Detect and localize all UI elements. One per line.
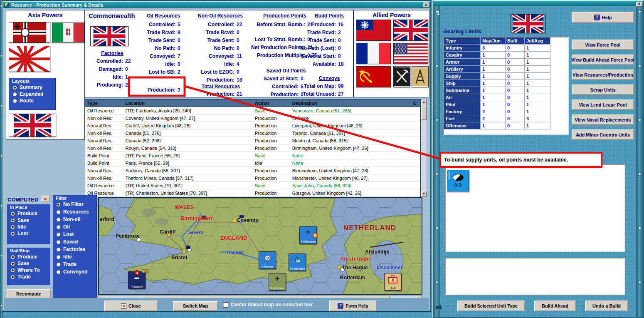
radio-route[interactable]: Route [12, 98, 53, 104]
radio-oil[interactable]: Oil [56, 224, 94, 230]
center-map-option[interactable]: Center linked map on selected hex [223, 302, 313, 308]
radio-no-filter[interactable]: No Filter [56, 201, 94, 207]
radio-trade[interactable]: Trade [56, 261, 94, 267]
table-row[interactable]: Non-oil Res.Rouyn, Canada [54, 310]Produ… [85, 144, 420, 152]
radio-resources[interactable]: Resources [56, 209, 94, 215]
view-resources-production-button[interactable]: View Resources/Production [572, 70, 634, 80]
stat-row: Available:18 [293, 60, 352, 68]
radio-lost[interactable]: Lost [10, 231, 48, 236]
gearing-row-air[interactable]: Air101 [444, 94, 568, 101]
table-row[interactable]: Non-oil Res.Cardiff, United Kingdom [48,… [85, 122, 420, 129]
close-door-icon: ✕ [121, 303, 126, 309]
ussr-flag [356, 66, 391, 87]
in-place-options: ProduceSaveIdleLost [10, 211, 48, 236]
view-lend-lease-pool-button[interactable]: View Lend Lease Pool [572, 99, 634, 110]
undo-a-build-button[interactable]: Undo a Build [585, 301, 628, 311]
unit-counter-4-2[interactable]: xxxX4-2 [384, 273, 402, 291]
linked-map[interactable]: erfordPembrokeWALESBirminghamCoventryCar… [98, 197, 422, 295]
supply-unit-strength: 0-3 [447, 182, 469, 188]
radio-dot [10, 225, 15, 229]
build-ahead-button[interactable]: Build Ahead [534, 301, 576, 311]
radio-non-oil[interactable]: Non-oil [56, 216, 94, 222]
radio-expanded[interactable]: Expanded [12, 91, 53, 97]
gearing-row-factory[interactable]: Factory201 [444, 108, 568, 115]
build-window-titlebar[interactable] [433, 1, 643, 6]
radio-label: Saved [63, 239, 78, 245]
add-minor-country-units-button[interactable]: Add Minor Country Units [572, 129, 634, 140]
unit-counter-2-hurricane[interactable]: ✈2 Hurricane [269, 273, 286, 291]
radio-convoyed[interactable]: Convoyed [56, 269, 94, 275]
unit-counter-2-harrow[interactable]: ✈2 Harrow9 [259, 251, 276, 269]
gearing-row-fort[interactable]: Fort203 [444, 115, 568, 122]
stat-row: Convoyed:11 [190, 52, 251, 60]
radio-trade[interactable]: Trade [10, 274, 48, 280]
radio-where-to[interactable]: Where To [10, 267, 48, 273]
computed-arrow-button[interactable]: ► [42, 196, 50, 202]
close-window-icon[interactable]: X [423, 2, 429, 7]
supply-unit-counter[interactable]: Supply 0-3 [447, 170, 469, 191]
table-row[interactable]: Non-oil Res.Coventry, United Kingdom [47… [85, 114, 420, 122]
unit-counter-14-blenheim[interactable]: ✈14 Blenheim14 [289, 253, 306, 271]
stat-row: Saved at Start:0 [293, 52, 352, 60]
recompute-button[interactable]: Recompute [7, 289, 51, 299]
radio-idle[interactable]: Idle [10, 224, 48, 230]
radio-dot [10, 255, 15, 259]
gearing-row-infantry[interactable]: Infantry301 [444, 45, 568, 52]
japan-flag [9, 46, 50, 72]
oil-stats: Controlled:5Trade Rcvd:8Trade Sent:0No P… [135, 20, 192, 76]
radio-saved[interactable]: Saved [56, 239, 94, 245]
gearing-row-artillery[interactable]: Artillery101 [444, 66, 568, 73]
table-row[interactable]: Build PointParis, France [55, 29]IdleNon… [85, 159, 420, 167]
table-row[interactable]: Oil Resource(TR) United States [70, 301]… [85, 182, 420, 189]
view-build-ahead-force-pool-button[interactable]: View Build Ahead Force Pool [572, 55, 634, 65]
unit-selection-panel[interactable] [445, 164, 625, 252]
table-row[interactable]: Oil Resource(TR) Charleston, United Stat… [85, 189, 420, 197]
right-frame-decoration [636, 6, 643, 317]
gearing-row-cavalry[interactable]: Cavalry101 [444, 52, 568, 59]
rail-ship-group: Rail/Ship ProduceSaveWhere ToTrade [7, 247, 51, 286]
radio-dot [56, 270, 61, 274]
oil-resources-heading: Oil Resources [138, 13, 188, 19]
unit-counter-2-wellington[interactable]: ✈2 Wellington6 [299, 226, 317, 244]
gearing-row-armor[interactable]: Armor101 [444, 59, 568, 66]
radio-lost[interactable]: Lost [56, 231, 94, 237]
center-map-checkbox[interactable] [223, 302, 228, 308]
table-row[interactable]: Build Point(TR) Paris, France [55, 29]Sa… [85, 152, 420, 159]
view-naval-replacements-button[interactable]: View Naval Replacements [572, 114, 634, 125]
map-terrain [99, 198, 422, 295]
built-units-panel[interactable] [445, 258, 625, 295]
help-button[interactable]: ? Help [572, 12, 634, 23]
view-force-pool-button[interactable]: View Force Pool [572, 40, 634, 50]
build-selected-unit-type-button[interactable]: Build Selected Unit Type [457, 301, 525, 311]
radio-save[interactable]: Save [10, 217, 48, 223]
form-help-button[interactable]: ? Form Help [329, 301, 377, 311]
factories-heading: Factories [89, 50, 135, 56]
gearing-row-offensive[interactable]: Offensive101 [444, 122, 568, 129]
gearing-row-pilot[interactable]: Pilot101 [444, 101, 568, 108]
map-label-cardiff: Cardiff [160, 229, 176, 235]
radio-produce[interactable]: Produce [10, 211, 48, 216]
division-size-marker: xxx [385, 274, 401, 277]
table-row[interactable]: Non-oil Res.Sudbury, Canada [55, 307]Pro… [85, 167, 420, 174]
stat-row: Produced:16 [293, 20, 352, 28]
unit-counter-transport[interactable]: ▬Transport3NED [128, 271, 146, 289]
close-build-window-icon[interactable]: X [636, 2, 642, 7]
table-scrollbar[interactable]: ▲ ▼ [421, 99, 427, 197]
table-row[interactable]: Non-oil Res.Thetford Mines, Canada [57, … [85, 174, 420, 182]
table-row[interactable]: Oil Resource(TR) Fairbanks, Alaska [20, … [85, 107, 420, 114]
radio-save[interactable]: Save [10, 261, 48, 266]
switch-map-button[interactable]: Switch Map [173, 301, 218, 311]
radio-produce[interactable]: Produce [10, 254, 48, 260]
window-titlebar[interactable]: Resource - Production Summary & Details [3, 2, 430, 8]
scrap-units-button[interactable]: Scrap Units [572, 84, 634, 95]
radio-summary[interactable]: Summary [12, 84, 53, 90]
gearing-row-supply[interactable]: Supply101 [444, 73, 568, 80]
radio-label: Lost [63, 231, 74, 237]
gearing-row-ship[interactable]: Ship101 [444, 80, 568, 87]
close-button[interactable]: ✕ Close [104, 301, 158, 311]
gearing-row-submarine[interactable]: Submarine101 [444, 87, 568, 94]
radio-factories[interactable]: Factories [56, 246, 94, 252]
table-row[interactable]: Non-oil Res.Canada [51, 276]ProductionTo… [85, 129, 420, 137]
radio-idle[interactable]: Idle [56, 254, 94, 260]
table-row[interactable]: Non-oil Res.Canada [52, 298]ProductionMo… [85, 137, 420, 144]
